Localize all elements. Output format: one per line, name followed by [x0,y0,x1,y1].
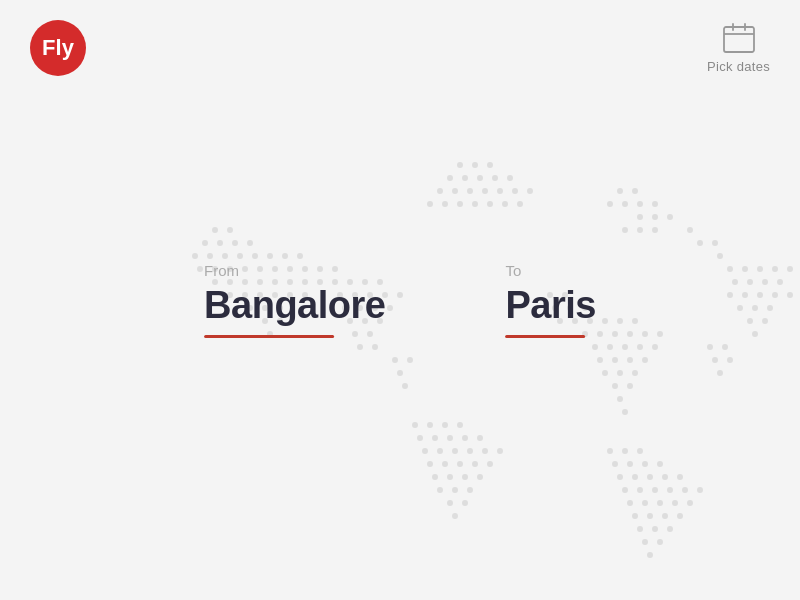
svg-point-132 [627,331,633,337]
svg-point-128 [632,318,638,324]
svg-point-14 [467,188,473,194]
svg-point-30 [637,201,643,207]
svg-point-152 [427,422,433,428]
svg-point-22 [472,201,478,207]
svg-point-217 [727,357,733,363]
svg-point-203 [687,500,693,506]
svg-point-66 [232,240,238,246]
svg-point-70 [222,253,228,259]
svg-point-145 [617,370,623,376]
svg-point-189 [632,474,638,480]
svg-point-146 [632,370,638,376]
svg-point-147 [612,383,618,389]
svg-point-69 [207,253,213,259]
svg-point-156 [432,435,438,441]
svg-point-192 [677,474,683,480]
svg-point-67 [247,240,253,246]
header: Fly Pick dates [0,0,800,96]
svg-point-201 [657,500,663,506]
svg-point-15 [482,188,488,194]
svg-point-198 [697,487,703,493]
svg-point-56 [737,305,743,311]
svg-point-63 [227,227,233,233]
pick-dates-button[interactable]: Pick dates [707,23,770,74]
svg-point-177 [467,487,473,493]
svg-point-71 [237,253,243,259]
svg-point-27 [632,188,638,194]
svg-point-161 [437,448,443,454]
svg-point-139 [652,344,658,350]
svg-point-153 [442,422,448,428]
logo-text: Fly [42,35,74,61]
svg-point-60 [762,318,768,324]
svg-point-207 [677,513,683,519]
svg-point-33 [652,214,658,220]
svg-point-148 [627,383,633,389]
svg-point-35 [622,227,628,233]
svg-point-174 [477,474,483,480]
svg-point-48 [747,279,753,285]
svg-point-209 [652,526,658,532]
svg-point-157 [447,435,453,441]
from-value: Bangalore [204,285,385,327]
svg-point-202 [672,500,678,506]
from-label: From [204,262,239,279]
svg-point-26 [617,188,623,194]
svg-point-134 [657,331,663,337]
svg-point-221 [397,370,403,376]
svg-point-37 [652,227,658,233]
svg-point-9 [477,175,483,181]
svg-point-218 [717,370,723,376]
svg-point-175 [437,487,443,493]
svg-point-219 [392,357,398,363]
svg-point-18 [527,188,533,194]
svg-point-200 [642,500,648,506]
svg-point-193 [622,487,628,493]
svg-point-76 [197,266,203,272]
svg-point-164 [482,448,488,454]
svg-point-39 [697,240,703,246]
svg-point-49 [762,279,768,285]
svg-point-154 [457,422,463,428]
svg-point-143 [642,357,648,363]
svg-point-184 [612,461,618,467]
svg-point-41 [717,253,723,259]
svg-point-181 [607,448,613,454]
svg-point-24 [502,201,508,207]
svg-point-213 [647,552,653,558]
svg-point-13 [452,188,458,194]
svg-point-5 [472,162,478,168]
svg-point-188 [617,474,623,480]
svg-point-159 [477,435,483,441]
svg-point-29 [622,201,628,207]
svg-point-171 [432,474,438,480]
svg-point-186 [642,461,648,467]
svg-point-167 [442,461,448,467]
svg-point-59 [747,318,753,324]
svg-point-72 [252,253,258,259]
svg-point-10 [492,175,498,181]
svg-point-144 [602,370,608,376]
svg-point-31 [652,201,658,207]
svg-point-131 [612,331,618,337]
svg-point-75 [297,253,303,259]
svg-point-58 [767,305,773,311]
from-field[interactable]: From Bangalore [204,262,385,338]
svg-point-158 [462,435,468,441]
svg-point-205 [647,513,653,519]
svg-point-50 [777,279,783,285]
svg-point-64 [202,240,208,246]
svg-point-211 [642,539,648,545]
svg-point-208 [637,526,643,532]
svg-point-142 [627,357,633,363]
main-content: From Bangalore To Paris [204,262,596,338]
to-field[interactable]: To Paris [505,262,595,338]
logo-button[interactable]: Fly [30,20,86,76]
svg-rect-0 [724,27,754,52]
svg-point-150 [622,409,628,415]
calendar-icon [723,23,755,53]
svg-point-187 [657,461,663,467]
svg-point-126 [602,318,608,324]
svg-point-172 [447,474,453,480]
svg-point-195 [652,487,658,493]
